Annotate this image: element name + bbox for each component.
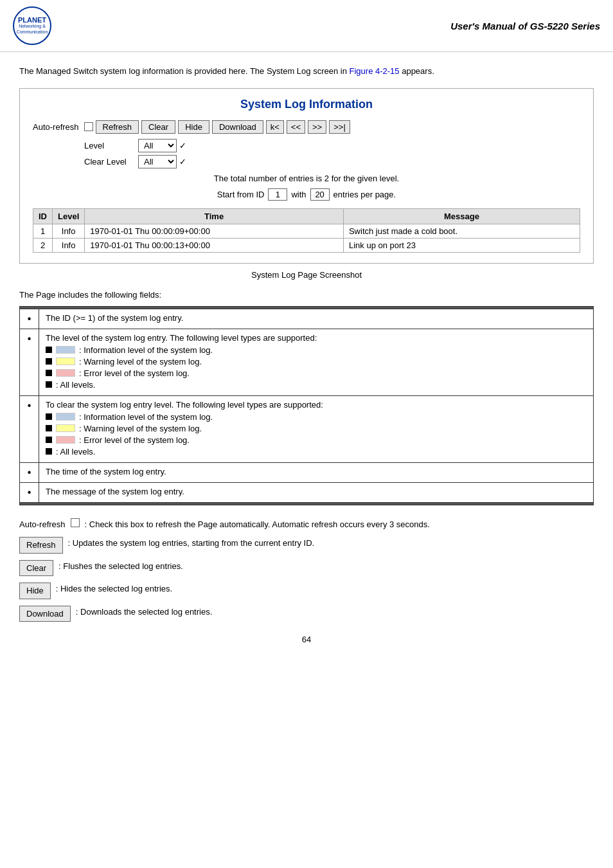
square-icon <box>46 370 52 376</box>
bullet: • <box>20 329 39 395</box>
refresh-desc-text: : Updates the system log entries, starti… <box>68 537 315 550</box>
field-row-message: • The message of the system log entry. <box>20 482 594 502</box>
download-desc-text: : Downloads the selected log entries. <box>76 606 212 619</box>
level-info-text: : Information level of the system log. <box>79 345 213 355</box>
refresh-desc-row: Refresh : Updates the system log entries… <box>19 537 594 554</box>
level-select[interactable]: All <box>138 139 177 152</box>
clear-level-all-text: : All levels. <box>56 447 95 457</box>
field-content-time: The time of the system log entry. <box>39 462 594 482</box>
table-row: 2 Info 1970-01-01 Thu 00:00:13+00:00 Lin… <box>33 238 580 252</box>
cell-message: Link up on port 23 <box>343 238 580 252</box>
auto-refresh-label: Auto-refresh <box>33 122 79 132</box>
square-icon <box>46 425 52 431</box>
table-row: 1 Info 1970-01-01 Thu 00:00:09+00:00 Swi… <box>33 224 580 238</box>
cell-time: 1970-01-01 Thu 00:00:09+00:00 <box>85 224 344 238</box>
level-selectors: Level All ✓ Clear Level All ✓ <box>84 139 580 168</box>
cell-id: 2 <box>33 238 53 252</box>
level-warning-text: : Warning level of the system log. <box>79 357 202 366</box>
level-error-text: : Error level of the system log. <box>79 368 190 378</box>
auto-refresh-checkbox[interactable] <box>84 122 93 131</box>
cell-message: Switch just made a cold boot. <box>343 224 580 238</box>
nav-last-button[interactable]: >>| <box>329 120 350 134</box>
col-header-level: Level <box>53 208 85 224</box>
clear-level-error-text: : Error level of the system log. <box>79 435 190 445</box>
fields-table-footer <box>20 502 594 505</box>
level-sub-item-warning: : Warning level of the system log. <box>46 357 587 366</box>
level-sub-item-all: : All levels. <box>46 380 587 390</box>
start-from-label: Start from ID <box>217 190 265 199</box>
toolbar-row: Auto-refresh Refresh Clear Hide Download… <box>33 120 580 134</box>
color-badge-info <box>56 413 75 420</box>
hide-desc-label: Hide <box>19 583 51 599</box>
intro-paragraph: The Managed Switch system log informatio… <box>19 65 594 78</box>
bullet: • <box>20 395 39 462</box>
download-button[interactable]: Download <box>212 120 263 134</box>
square-icon <box>46 358 52 365</box>
square-icon <box>46 413 52 420</box>
entries-per-page-input[interactable] <box>310 188 330 201</box>
manual-title: User's Manual of GS-5220 Series <box>450 21 600 32</box>
footer-bar <box>20 502 594 505</box>
bullet: • <box>20 482 39 502</box>
fields-table: • The ID (>= 1) of the system log entry.… <box>19 306 594 505</box>
level-all-text: : All levels. <box>56 380 95 390</box>
syslog-title: System Log Information <box>33 98 580 111</box>
square-icon <box>46 437 52 443</box>
auto-refresh-desc-checkbox <box>71 518 80 527</box>
cell-time: 1970-01-01 Thu 00:00:13+00:00 <box>85 238 344 252</box>
cell-level: Info <box>53 224 85 238</box>
color-badge-error <box>56 369 75 377</box>
clear-button[interactable]: Clear <box>141 120 175 134</box>
total-entries-text: The total number of entries is 2 for the… <box>33 174 580 183</box>
download-desc-label: Download <box>19 606 71 622</box>
syslog-box: System Log Information Auto-refresh Refr… <box>19 88 594 264</box>
col-header-id: ID <box>33 208 53 224</box>
level-sub-list: : Information level of the system log. :… <box>46 345 587 390</box>
nav-first-button[interactable]: k< <box>266 120 284 134</box>
col-header-time: Time <box>85 208 344 224</box>
nav-next-button[interactable]: >> <box>308 120 326 134</box>
start-from-input[interactable] <box>268 188 287 201</box>
clear-level-label: Clear Level <box>84 157 136 167</box>
clear-level-sub-item-warning: : Warning level of the system log. <box>46 424 587 433</box>
nav-prev-button[interactable]: << <box>287 120 305 134</box>
field-row-time: • The time of the system log entry. <box>20 462 594 482</box>
auto-refresh-desc-label: Auto-refresh <box>19 518 66 531</box>
log-table: ID Level Time Message 1 Info 1970-01-01 … <box>33 208 580 253</box>
clear-level-info-text: : Information level of the system log. <box>79 412 213 422</box>
clear-level-sub-item-info: : Information level of the system log. <box>46 412 587 422</box>
hide-desc-row: Hide : Hides the selected log entries. <box>19 583 594 599</box>
pagination-row: Start from ID with entries per page. <box>33 188 580 201</box>
square-icon <box>46 347 52 353</box>
level-label: Level <box>84 141 136 150</box>
clear-desc-label: Clear <box>19 560 53 577</box>
main-content: The Managed Switch system log informatio… <box>0 52 613 657</box>
field-content-level: The level of the system log entry. The f… <box>39 329 594 395</box>
fields-intro: The Page includes the following fields: <box>19 290 594 300</box>
figure-link[interactable]: Figure 4-2-15 <box>350 66 400 76</box>
hide-button[interactable]: Hide <box>178 120 209 134</box>
cell-level: Info <box>53 238 85 252</box>
clear-level-select[interactable]: All <box>138 155 177 168</box>
auto-refresh-desc-row: Auto-refresh : Check this box to refresh… <box>19 518 594 531</box>
page-number: 64 <box>19 635 594 644</box>
clear-level-sub-item-error: : Error level of the system log. <box>46 435 587 445</box>
download-desc-row: Download : Downloads the selected log en… <box>19 606 594 622</box>
bullet: • <box>20 462 39 482</box>
with-label: with <box>291 190 306 199</box>
square-icon <box>46 448 52 455</box>
table-header-row: ID Level Time Message <box>33 208 580 224</box>
refresh-button[interactable]: Refresh <box>96 120 139 134</box>
auto-refresh-desc-text: : Check this box to refresh the Page aut… <box>85 518 430 531</box>
clear-level-sub-item-all: : All levels. <box>46 447 587 457</box>
field-content-clear-level: To clear the system log entry level. The… <box>39 395 594 462</box>
field-row-id: • The ID (>= 1) of the system log entry. <box>20 309 594 329</box>
logo-circle: PLANET Networking & Communication <box>13 6 51 45</box>
clear-level-warning-text: : Warning level of the system log. <box>79 424 202 433</box>
logo-text: PLANET <box>14 17 50 24</box>
level-sub-item-error: : Error level of the system log. <box>46 368 587 378</box>
page-header: PLANET Networking & Communication User's… <box>0 0 613 52</box>
intro-text-after: appears. <box>400 66 434 76</box>
clear-level-row: Clear Level All ✓ <box>84 155 580 168</box>
cell-id: 1 <box>33 224 53 238</box>
